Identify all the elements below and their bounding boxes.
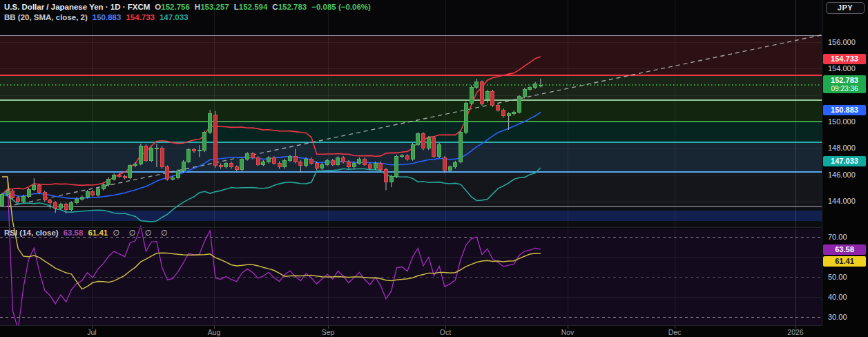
bar-close-countdown: 09:23:36 <box>823 85 866 93</box>
rsi-axis-label: 40.00 <box>828 293 847 301</box>
time-axis-label: Oct <box>440 328 451 336</box>
bb-upper-price-badge: 154.733 <box>823 54 866 64</box>
bb-lower-price-badge: 147.033 <box>823 156 866 166</box>
bb-legend-label: BB (20, SMA, close, 2) <box>4 13 88 21</box>
ohlc-o-value: O152.756 <box>155 3 190 11</box>
bb-indicator-legend[interactable]: BB (20, SMA, close, 2) 150.883 154.733 1… <box>4 12 189 22</box>
rsi-empty-slots: ∅ ∅ ∅ ∅ <box>113 228 169 238</box>
time-axis-label: Jul <box>87 328 96 336</box>
ohlc-c-value: C152.783 <box>272 3 307 11</box>
bb-middle-price-badge: 150.883 <box>823 105 866 115</box>
price-axis-label: 156.000 <box>828 38 856 46</box>
bb-upper-value: 154.733 <box>126 13 155 21</box>
rsi-axis-label: 50.00 <box>828 273 847 281</box>
chart-canvas[interactable] <box>0 0 868 337</box>
bb-middle-value: 150.883 <box>93 13 122 21</box>
rsi-axis-label: 70.00 <box>828 233 847 241</box>
ohlc-values: O152.756H153.257L152.594C152.783 <box>155 3 307 11</box>
price-axis-label: 144.000 <box>828 197 856 205</box>
price-axis-label: 154.000 <box>828 64 856 73</box>
time-axis-label: Dec <box>668 328 682 336</box>
symbol-legend[interactable]: U.S. Dollar / Japanese Yen · 1D · FXCM O… <box>4 2 371 12</box>
rsi-ma-value-badge: 61.41 <box>823 256 866 267</box>
currency-unit-button[interactable]: JPY <box>826 2 865 14</box>
change-value: −0.085 (−0.06%) <box>311 3 371 11</box>
rsi-ma-value: 61.41 <box>88 229 108 237</box>
rsi-legend-label: RSI (14, close) <box>4 229 59 237</box>
time-axis-label: Nov <box>561 328 575 336</box>
price-axis-label: 150.000 <box>828 117 856 126</box>
ohlc-l-value: L152.594 <box>234 3 268 11</box>
time-axis-label: Aug <box>208 328 221 336</box>
rsi-value-badge: 63.58 <box>823 244 866 255</box>
rsi-value: 63.58 <box>64 229 84 237</box>
trading-chart-window: 156.000154.000150.000148.000146.000144.0… <box>0 0 868 337</box>
rsi-axis-label: 30.00 <box>828 313 847 321</box>
time-axis-label: 2026 <box>787 328 803 336</box>
price-axis-label: 148.000 <box>828 144 856 152</box>
time-axis[interactable]: JulAugSepOctNovDec2026 <box>0 326 868 337</box>
rsi-indicator-legend[interactable]: RSI (14, close) 63.58 61.41 ∅ ∅ ∅ ∅ <box>4 228 169 238</box>
price-axis-label: 146.000 <box>828 171 856 179</box>
symbol-title: U.S. Dollar / Japanese Yen · 1D · FXCM <box>4 3 150 11</box>
time-axis-label: Sep <box>322 328 335 336</box>
price-axis[interactable]: 156.000154.000150.000148.000146.000144.0… <box>822 0 868 326</box>
bb-lower-value: 147.033 <box>160 13 189 21</box>
last-price-countdown-badge: 152.78309:23:36 <box>823 75 866 93</box>
ohlc-h-value: H153.257 <box>195 3 229 11</box>
